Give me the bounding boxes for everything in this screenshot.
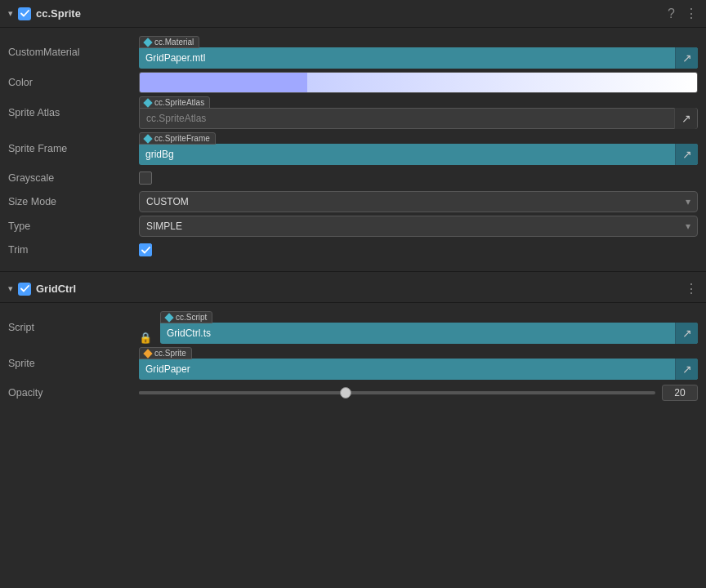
custom-material-value-text: GridPaper.mtl [139,52,675,64]
script-value: 🔒 cc.Script GridCtrl.ts ↗ [139,311,698,344]
trim-label: Trim [8,244,139,256]
script-badge-label: cc.Script [176,313,207,322]
sprite-badge: cc.Sprite [139,347,192,359]
script-lock-icon: 🔒 [139,332,152,344]
grid-ctrl-collapse-chevron[interactable]: ▾ [8,283,13,294]
sprite-atlas-row: Sprite Atlas cc.SpriteAtlas cc.SpriteAtl… [0,95,706,131]
section-divider-1 [0,271,706,272]
sprite-frame-badge-label: cc.SpriteFrame [154,134,210,143]
sprite-frame-badge: cc.SpriteFrame [139,132,216,145]
custom-material-label: CustomMaterial [8,47,139,58]
script-label: Script [8,322,139,333]
custom-material-field-group: cc.Material GridPaper.mtl ↗ [139,36,698,69]
opacity-value-input[interactable]: 20 [662,385,698,401]
sprite-frame-label: Sprite Frame [8,143,139,154]
cc-sprite-title: cc.Sprite [36,7,668,20]
sprite-atlas-field-group: cc.SpriteAtlas cc.SpriteAtlas ↗ [139,96,698,129]
custom-material-value: cc.Material GridPaper.mtl ↗ [139,36,698,69]
custom-material-badge: cc.Material [139,36,199,48]
cc-sprite-header-icons: ? ⋮ [668,6,698,21]
sprite-frame-value-text: gridBg [139,149,675,160]
sprite-frame-value: cc.SpriteFrame gridBg ↗ [139,132,698,165]
size-mode-row: Size Mode CUSTOM ▾ [0,189,706,214]
script-field-group: cc.Script GridCtrl.ts ↗ [160,311,698,344]
type-label: Type [8,220,139,232]
color-row: Color [0,70,706,95]
color-value [139,72,698,93]
sprite-badge-label: cc.Sprite [154,349,186,358]
sprite-frame-field-group: cc.SpriteFrame gridBg ↗ [139,132,698,165]
cc-sprite-more-icon[interactable]: ⋮ [685,6,698,21]
grayscale-label: Grayscale [8,172,139,184]
type-value: SIMPLE ▾ [139,216,698,237]
sprite-asset-field[interactable]: GridPaper ↗ [139,359,698,380]
sprite-diamond-icon [143,349,152,358]
opacity-slider-thumb[interactable] [340,387,351,399]
sprite-value: cc.Sprite GridPaper ↗ [139,347,698,380]
size-mode-selected: CUSTOM [146,196,686,207]
custom-material-row: CustomMaterial cc.Material GridPaper.mtl… [0,34,706,70]
sprite-atlas-select-btn[interactable]: ↗ [674,108,697,129]
size-mode-value: CUSTOM ▾ [139,191,698,212]
custom-material-diamond-icon [143,38,152,47]
sprite-frame-select-btn[interactable]: ↗ [675,144,698,165]
script-badge: cc.Script [160,311,212,323]
cc-sprite-enabled-checkbox[interactable] [18,7,31,20]
trim-value [139,243,698,256]
opacity-label: Opacity [8,387,139,399]
grid-ctrl-enabled-checkbox[interactable] [18,283,31,296]
script-row: Script 🔒 cc.Script GridCtrl.ts ↗ [0,310,706,345]
grid-ctrl-header-icons: ⋮ [685,281,698,296]
sprite-frame-row: Sprite Frame cc.SpriteFrame gridBg ↗ [0,131,706,167]
grayscale-checkbox[interactable] [139,172,152,185]
script-asset-field[interactable]: GridCtrl.ts ↗ [160,323,698,344]
custom-material-asset-field[interactable]: GridPaper.mtl ↗ [139,47,698,69]
sprite-atlas-label: Sprite Atlas [8,107,139,118]
grid-ctrl-title: GridCtrl [36,283,685,295]
type-selected: SIMPLE [146,220,686,232]
sprite-label: Sprite [8,358,139,369]
custom-material-badge-label: cc.Material [154,38,194,47]
trim-checkbox[interactable] [139,243,152,256]
opacity-value: 20 [139,385,698,401]
size-mode-dropdown[interactable]: CUSTOM ▾ [139,191,698,212]
trim-row: Trim [0,238,706,261]
size-mode-label: Size Mode [8,196,139,207]
sprite-atlas-diamond-icon [143,98,152,107]
cc-sprite-help-icon[interactable]: ? [668,7,675,21]
sprite-frame-asset-field[interactable]: gridBg ↗ [139,144,698,165]
sprite-frame-diamond-icon [143,134,152,143]
type-arrow-icon: ▾ [686,220,690,232]
sprite-atlas-value: cc.SpriteAtlas cc.SpriteAtlas ↗ [139,96,698,129]
type-dropdown[interactable]: SIMPLE ▾ [139,216,698,237]
grid-ctrl-section-header: ▾ GridCtrl ⋮ [0,275,706,303]
cc-sprite-collapse-chevron[interactable]: ▾ [8,8,13,19]
opacity-row: Opacity 20 [0,381,706,404]
sprite-atlas-asset-field[interactable]: cc.SpriteAtlas ↗ [139,108,698,129]
script-diamond-icon [164,313,173,322]
grid-ctrl-more-icon[interactable]: ⋮ [685,281,698,296]
type-row: Type SIMPLE ▾ [0,214,706,238]
sprite-field-group: cc.Sprite GridPaper ↗ [139,347,698,380]
custom-material-select-btn[interactable]: ↗ [675,47,698,69]
sprite-select-btn[interactable]: ↗ [675,359,698,380]
grid-ctrl-properties: Script 🔒 cc.Script GridCtrl.ts ↗ Sprite [0,303,706,411]
script-value-text: GridCtrl.ts [160,327,675,339]
opacity-slider-fill [139,391,346,394]
grayscale-row: Grayscale [0,167,706,189]
script-select-btn[interactable]: ↗ [675,323,698,344]
opacity-slider-container: 20 [139,385,698,401]
cc-sprite-properties: CustomMaterial cc.Material GridPaper.mtl… [0,28,706,268]
cc-sprite-section-header: ▾ cc.Sprite ? ⋮ [0,0,706,28]
color-label: Color [8,77,139,88]
size-mode-arrow-icon: ▾ [686,196,690,207]
color-swatch[interactable] [139,72,698,93]
sprite-row: Sprite cc.Sprite GridPaper ↗ [0,345,706,381]
sprite-value-text: GridPaper [139,363,675,375]
sprite-atlas-placeholder-text: cc.SpriteAtlas [140,113,674,124]
sprite-atlas-badge-label: cc.SpriteAtlas [154,98,204,107]
sprite-atlas-badge: cc.SpriteAtlas [139,96,210,109]
grayscale-value [139,172,698,185]
opacity-slider-track[interactable] [139,391,655,394]
